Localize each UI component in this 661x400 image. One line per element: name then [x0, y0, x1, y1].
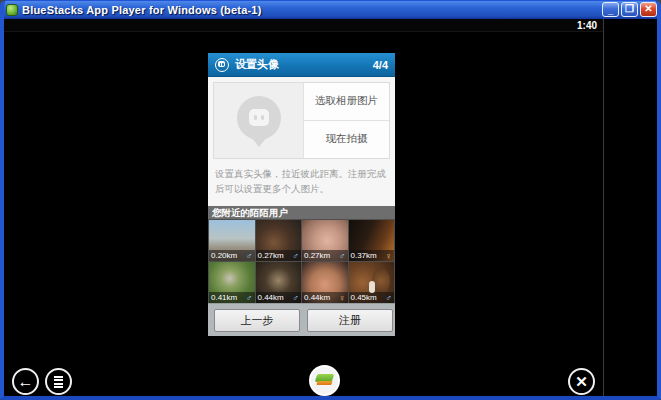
avatar-preview: [214, 83, 304, 158]
previous-step-button[interactable]: 上一步: [214, 309, 300, 332]
close-button[interactable]: ✕: [640, 2, 657, 17]
male-icon: ♂: [246, 251, 253, 261]
bluestacks-home-button[interactable]: [309, 365, 340, 396]
distance-badge: 0.45km♂: [349, 292, 395, 303]
emulator-screen: 1:40 设置头像 4/4 选取相册图片: [4, 19, 657, 396]
page-title: 设置头像: [235, 57, 373, 72]
register-button[interactable]: 注册: [307, 309, 393, 332]
take-photo-button[interactable]: 现在拍摄: [304, 121, 389, 159]
male-icon: ♂: [292, 251, 299, 261]
female-icon: ♀: [339, 293, 346, 303]
momo-setup-screen: 设置头像 4/4 选取相册图片 现在拍摄 设置真实头像，拉近彼此距离。注册完成后…: [208, 53, 395, 336]
user-photo[interactable]: 0.44km♂: [256, 262, 302, 303]
male-icon: ♂: [246, 293, 253, 303]
distance-badge: 0.27km♂: [256, 250, 302, 261]
user-photo[interactable]: 0.27km♂: [302, 220, 348, 261]
user-photo[interactable]: 0.20km♂: [209, 220, 255, 261]
avatar-section: 选取相册图片 现在拍摄 设置真实头像，拉近彼此距离。注册完成后可以设置更多个人图…: [208, 77, 395, 206]
nearby-users-grid: 0.20km♂ 0.27km♂ 0.27km♂ 0.37km♀ 0.41km♂: [208, 219, 395, 336]
tools-icon: ✕: [570, 370, 593, 393]
avatar-hint-text: 设置真实头像，拉近彼此距离。注册完成后可以设置更多个人图片。: [215, 167, 389, 196]
avatar-card: 选取相册图片 现在拍摄: [213, 82, 390, 159]
minimize-icon: _: [603, 6, 618, 14]
maximize-icon: ❐: [625, 3, 634, 14]
bluestacks-window: BlueStacks App Player for Windows (beta-…: [0, 0, 661, 400]
android-status-bar: 1:40: [4, 19, 603, 32]
settings-tools-button[interactable]: ✕: [568, 368, 595, 395]
close-icon: ✕: [644, 3, 652, 14]
clock: 1:40: [577, 20, 597, 31]
user-photo[interactable]: 0.41km♂: [209, 262, 255, 303]
distance-badge: 0.44km♂: [256, 292, 302, 303]
maximize-button[interactable]: ❐: [621, 2, 638, 17]
back-button[interactable]: ←: [12, 368, 39, 395]
user-photo[interactable]: 0.27km♂: [256, 220, 302, 261]
minimize-button[interactable]: _: [602, 2, 619, 17]
momo-pin-icon: [215, 58, 229, 72]
menu-lines-icon: [54, 376, 63, 389]
nearby-users-header: 您附近的陌陌用户: [208, 206, 395, 219]
distance-badge: 0.37km♀: [349, 250, 395, 261]
distance-badge: 0.41km♂: [209, 292, 255, 303]
bluestacks-app-icon: [6, 4, 18, 16]
male-icon: ♂: [385, 293, 392, 303]
menu-button[interactable]: [45, 368, 72, 395]
distance-badge: 0.44km♀: [302, 292, 348, 303]
window-title: BlueStacks App Player for Windows (beta-…: [22, 4, 602, 16]
distance-badge: 0.20km♂: [209, 250, 255, 261]
bluestacks-logo-icon: [316, 374, 333, 385]
male-icon: ♂: [339, 251, 346, 261]
user-photo[interactable]: 0.37km♀: [349, 220, 395, 261]
pick-album-photo-button[interactable]: 选取相册图片: [304, 83, 389, 121]
window-titlebar[interactable]: BlueStacks App Player for Windows (beta-…: [0, 0, 661, 19]
user-photo[interactable]: 0.44km♀: [302, 262, 348, 303]
back-arrow-icon: ←: [14, 370, 37, 393]
user-photo[interactable]: 0.45km♂: [349, 262, 395, 303]
momo-pin-placeholder-icon: [237, 96, 281, 140]
wizard-footer: 上一步 注册: [208, 303, 395, 336]
female-icon: ♀: [385, 251, 392, 261]
step-indicator: 4/4: [373, 59, 388, 71]
distance-badge: 0.27km♂: [302, 250, 348, 261]
male-icon: ♂: [292, 293, 299, 303]
app-header: 设置头像 4/4: [208, 53, 395, 77]
screen-divider: [603, 19, 604, 396]
